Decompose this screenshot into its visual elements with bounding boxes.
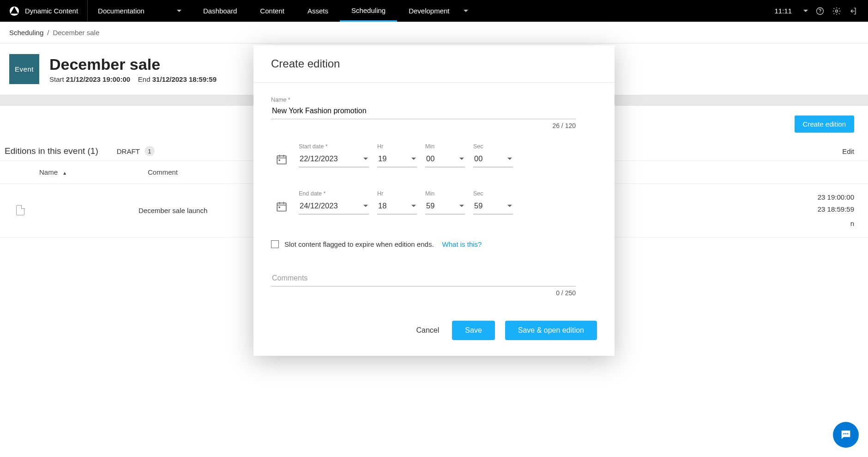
name-char-counter: 26 / 120	[271, 122, 576, 129]
chevron-down-icon	[411, 158, 416, 160]
svg-rect-4	[277, 156, 286, 164]
expire-checkbox-row: Slot content flagged to expire when edit…	[271, 240, 597, 248]
calendar-icon	[276, 153, 288, 165]
svg-rect-5	[279, 159, 280, 161]
end-date-label: End date *	[299, 190, 369, 197]
sec-label: Sec	[473, 143, 513, 150]
chevron-down-icon	[459, 158, 464, 160]
hr-label: Hr	[377, 190, 417, 197]
start-hour-select[interactable]: 19	[377, 152, 417, 167]
expire-help-link[interactable]: What is this?	[442, 240, 482, 248]
end-sec-value: 59	[474, 201, 482, 210]
hr-label: Hr	[377, 143, 417, 150]
svg-point-8	[844, 433, 845, 434]
end-hour-value: 18	[378, 201, 386, 210]
modal-footer: Cancel Save Save & open edition	[253, 308, 615, 356]
chevron-down-icon	[363, 158, 368, 160]
end-sec-select[interactable]: 59	[473, 199, 513, 214]
comments-char-counter: 0 / 250	[271, 289, 576, 297]
chevron-down-icon	[411, 205, 416, 207]
name-field: Name * 26 / 120	[271, 97, 597, 129]
chevron-down-icon	[507, 205, 512, 207]
svg-rect-7	[279, 207, 280, 208]
expire-label: Slot content flagged to expire when edit…	[284, 240, 434, 248]
end-date-input[interactable]: 24/12/2023	[299, 199, 369, 214]
end-min-select[interactable]: 59	[425, 199, 465, 214]
svg-point-10	[847, 433, 849, 434]
expire-checkbox[interactable]	[271, 240, 279, 248]
chat-icon	[839, 428, 852, 441]
end-date-value: 24/12/2023	[300, 201, 338, 210]
save-button[interactable]: Save	[452, 321, 494, 340]
modal-overlay: Create edition Name * 26 / 120 Start dat…	[0, 0, 868, 457]
sec-label: Sec	[473, 190, 513, 197]
end-datetime-row: End date * 24/12/2023 Hr 18 Min	[299, 190, 597, 214]
chevron-down-icon	[363, 205, 368, 207]
end-hour-select[interactable]: 18	[377, 199, 417, 214]
name-label: Name *	[271, 97, 597, 103]
chevron-down-icon	[459, 205, 464, 207]
start-date-input[interactable]: 22/12/2023	[299, 152, 369, 167]
start-datetime-row: Start date * 22/12/2023 Hr 19 Min	[299, 143, 597, 167]
create-edition-modal: Create edition Name * 26 / 120 Start dat…	[253, 45, 615, 356]
cancel-button[interactable]: Cancel	[414, 322, 442, 339]
chevron-down-icon	[507, 158, 512, 160]
comments-input[interactable]	[271, 271, 576, 286]
chat-launcher[interactable]	[833, 422, 859, 448]
svg-point-9	[845, 433, 847, 434]
start-hour-value: 19	[378, 154, 386, 163]
name-input[interactable]	[271, 104, 576, 119]
start-min-select[interactable]: 00	[425, 152, 465, 167]
start-date-label: Start date *	[299, 143, 369, 150]
calendar-icon	[276, 201, 288, 213]
min-label: Min	[425, 190, 465, 197]
start-sec-select[interactable]: 00	[473, 152, 513, 167]
save-open-button[interactable]: Save & open edition	[505, 321, 597, 340]
svg-rect-6	[277, 203, 286, 211]
end-min-value: 59	[426, 201, 434, 210]
start-min-value: 00	[426, 154, 434, 163]
modal-title: Create edition	[253, 45, 615, 83]
min-label: Min	[425, 143, 465, 150]
start-sec-value: 00	[474, 154, 482, 163]
start-date-value: 22/12/2023	[300, 154, 338, 163]
